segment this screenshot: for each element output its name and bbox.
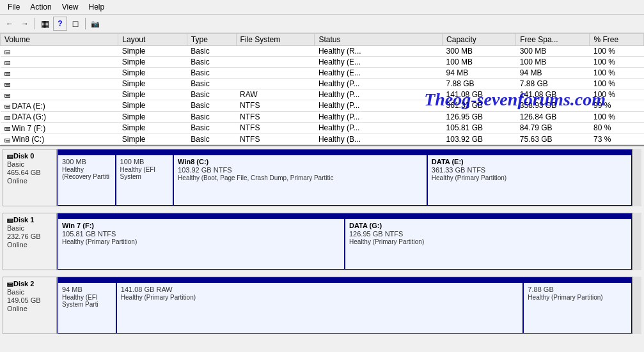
partition-0-1[interactable]: 100 MBHealthy (EFI System	[116, 155, 174, 206]
cell-type: Basic	[187, 68, 236, 79]
cell-capacity: 94 MB	[443, 68, 516, 79]
disk-type: Basic	[7, 224, 52, 232]
cell-status: Healthy (P...	[315, 79, 443, 89]
table-row[interactable]: 🖴 Simple Basic RAW Healthy (P... 141.08 …	[1, 89, 644, 100]
table-row[interactable]: 🖴 Simple Basic Healthy (P... 7.88 GB 7.8…	[1, 79, 644, 89]
disk-title: 🖴Disk 0	[7, 152, 52, 160]
partition-2-1[interactable]: 141.08 GB RAWHealthy (Primary Partition)	[116, 282, 524, 333]
part-title: DATA (E:)	[432, 158, 627, 165]
disk-status: Online	[7, 241, 52, 249]
menu-view[interactable]: View	[57, 1, 84, 13]
col-header-cap[interactable]: Capacity	[443, 34, 516, 46]
cell-free: 141.08 GB	[516, 89, 590, 100]
partition-2-2[interactable]: 7.88 GBHealthy (Primary Partition)	[523, 282, 632, 333]
cell-layout: Simple	[118, 57, 187, 68]
menu-help[interactable]: Help	[84, 1, 110, 13]
table-row[interactable]: 🖴 Simple Basic Healthy (E... 100 MB 100 …	[1, 57, 644, 68]
cell-type: Basic	[187, 111, 236, 123]
table-row[interactable]: 🖴 Simple Basic Healthy (R... 300 MB 300 …	[1, 46, 644, 57]
disk-size: 465.64 GB	[7, 169, 52, 176]
menu-action[interactable]: Action	[25, 1, 56, 13]
help-button[interactable]: ?	[53, 17, 67, 31]
cell-volume: 🖴Win 7 (F:)	[1, 123, 118, 134]
cell-capacity: 7.88 GB	[443, 79, 516, 89]
part-size: 100 MB	[120, 158, 169, 165]
col-header-type[interactable]: Type	[187, 34, 236, 46]
cell-layout: Simple	[118, 68, 187, 79]
table-row[interactable]: 🖴DATA (G:) Simple Basic NTFS Healthy (P.…	[1, 111, 644, 123]
disk-header-bar	[58, 213, 632, 218]
cell-free: 358.93 GB	[516, 100, 590, 112]
cell-fs	[236, 57, 315, 68]
cell-volume: 🖴	[1, 57, 118, 68]
partition-0-0[interactable]: 300 MBHealthy (Recovery Partiti	[58, 155, 116, 206]
cell-fs: NTFS	[236, 111, 315, 123]
disk-label-0: 🖴Disk 0 Basic 465.64 GB Online	[3, 149, 57, 206]
cell-free: 126.84 GB	[516, 111, 590, 123]
partition-1-1[interactable]: DATA (G:)126.95 GB NTFSHealthy (Primary …	[345, 218, 632, 270]
col-header-volume[interactable]: Volume	[1, 34, 118, 46]
cell-layout: Simple	[118, 111, 187, 123]
cell-capacity: 126.95 GB	[443, 111, 516, 123]
disk-map-area: 🖴Disk 0 Basic 465.64 GB Online 300 MBHea…	[0, 146, 644, 352]
cell-layout: Simple	[118, 89, 187, 100]
disk-header-bar	[58, 149, 632, 155]
cell-fs	[236, 46, 315, 57]
table-row[interactable]: 🖴 Simple Basic Healthy (E... 94 MB 94 MB…	[1, 68, 644, 79]
cell-pct: 100 %	[590, 46, 644, 57]
disk-parts-row-2: 94 MBHealthy (EFI System Parti141.08 GB …	[58, 282, 632, 333]
back-button[interactable]: ←	[3, 17, 17, 31]
disk-row-2: 🖴Disk 2 Basic 149.05 GB Online 94 MBHeal…	[3, 277, 641, 334]
toolbar: ← → ▦ ? □ 📷	[0, 15, 644, 33]
cell-status: Healthy (P...	[315, 100, 443, 112]
cell-free: 300 MB	[516, 46, 590, 57]
part-desc: Healthy (Primary Partition)	[62, 238, 340, 245]
cell-pct: 80 %	[590, 123, 644, 134]
properties-button[interactable]: □	[68, 17, 82, 31]
scroll-indicator	[632, 149, 641, 206]
menu-file[interactable]: File	[3, 1, 25, 13]
disk-status: Online	[7, 305, 52, 312]
col-header-pct[interactable]: % Free	[590, 34, 644, 46]
cell-layout: Simple	[118, 123, 187, 134]
screenshot-button[interactable]: 📷	[88, 17, 102, 31]
cell-capacity: 100 MB	[443, 57, 516, 68]
cell-type: Basic	[187, 57, 236, 68]
part-desc: Healthy (EFI System Parti	[62, 294, 112, 308]
partition-0-3[interactable]: DATA (E:)361.33 GB NTFSHealthy (Primary …	[427, 155, 632, 206]
scroll-indicator	[632, 277, 641, 334]
cell-capacity: 300 MB	[443, 46, 516, 57]
menu-bar: File Action View Help	[0, 0, 644, 15]
cell-status: Healthy (E...	[315, 68, 443, 79]
disk-partitions-0: 300 MBHealthy (Recovery Partiti100 MBHea…	[57, 149, 632, 206]
table-row[interactable]: 🖴DATA (E:) Simple Basic NTFS Healthy (P.…	[1, 100, 644, 112]
partition-1-0[interactable]: Win 7 (F:)105.81 GB NTFSHealthy (Primary…	[58, 218, 345, 270]
cell-status: Healthy (E...	[315, 57, 443, 68]
cell-free: 84.79 GB	[516, 123, 590, 134]
cell-fs: NTFS	[236, 134, 315, 145]
part-size: 300 MB	[62, 158, 111, 165]
cell-layout: Simple	[118, 134, 187, 145]
table-row[interactable]: 🖴Win8 (C:) Simple Basic NTFS Healthy (B.…	[1, 134, 644, 145]
cell-type: Basic	[187, 100, 236, 112]
disk-map-container: 🖴Disk 0 Basic 465.64 GB Online 300 MBHea…	[3, 149, 641, 334]
col-header-layout[interactable]: Layout	[118, 34, 187, 46]
cell-layout: Simple	[118, 46, 187, 57]
cell-type: Basic	[187, 134, 236, 145]
disk-label-1: 🖴Disk 1 Basic 232.76 GB Online	[3, 213, 57, 270]
disk-view-button[interactable]: ▦	[38, 17, 52, 31]
col-header-status[interactable]: Status	[315, 34, 443, 46]
forward-button[interactable]: →	[18, 17, 32, 31]
col-header-fs[interactable]: File System	[236, 34, 315, 46]
part-desc: Healthy (EFI System	[120, 166, 169, 180]
table-row[interactable]: 🖴Win 7 (F:) Simple Basic NTFS Healthy (P…	[1, 123, 644, 134]
partition-0-2[interactable]: Win8 (C:)103.92 GB NTFSHealthy (Boot, Pa…	[173, 155, 427, 206]
cell-pct: 100 %	[590, 79, 644, 89]
part-size: 361.33 GB NTFS	[432, 166, 627, 174]
part-desc: Healthy (Boot, Page File, Crash Dump, Pr…	[178, 174, 423, 181]
partition-2-0[interactable]: 94 MBHealthy (EFI System Parti	[58, 282, 116, 333]
part-desc: Healthy (Primary Partition)	[432, 174, 627, 181]
cell-status: Healthy (P...	[315, 111, 443, 123]
disk-header-bar	[58, 277, 632, 282]
col-header-free[interactable]: Free Spa...	[516, 34, 590, 46]
